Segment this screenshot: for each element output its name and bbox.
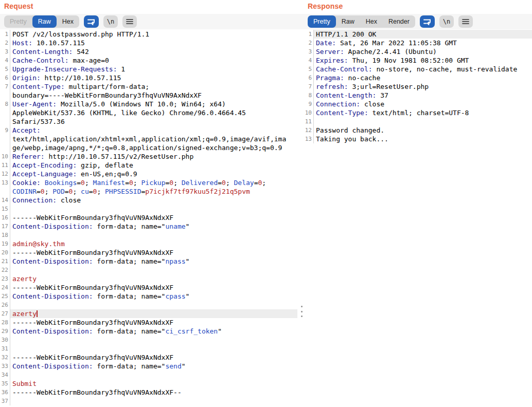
response-toolbar: PrettyRawHexRender \n (308, 15, 473, 28)
line-number: 4 (0, 56, 10, 65)
code-line: ge/webp,image/apng,*/*;q=0.8,application… (0, 143, 297, 152)
code-line: 36------WebKitFormBoundary3fhqVuVN9AxNdx… (0, 388, 297, 397)
line-text: Content-Disposition: form-data; name="np… (10, 257, 297, 266)
code-line: 2Host: 10.10.57.115 (0, 39, 297, 47)
code-line: 34 (0, 371, 297, 379)
code-line: 18 (0, 231, 297, 239)
line-text: Taking you back... (313, 135, 532, 143)
line-number: 6 (304, 73, 313, 82)
text-cursor (37, 310, 38, 317)
line-text: HTTP/1.1 200 OK (313, 30, 532, 39)
line-text: Connection: close (313, 100, 532, 108)
line-text: Upgrade-Insecure-Requests: 1 (10, 65, 297, 73)
line-number: 15 (0, 205, 10, 213)
wrap-icon-button[interactable] (84, 15, 99, 28)
grip-dot-icon (301, 311, 303, 312)
line-number: 13 (304, 135, 313, 143)
line-number: 12 (0, 170, 10, 178)
request-toolbar: PrettyRawHex \n (4, 15, 137, 28)
line-number: 10 (0, 152, 10, 161)
line-text (10, 336, 297, 344)
line-text: Safari/537.36 (10, 117, 297, 126)
code-line: 11Accept-Encoding: gzip, deflate (0, 161, 297, 170)
menu-icon-button[interactable] (458, 15, 473, 28)
line-number: 20 (0, 248, 10, 257)
line-text: Submit (10, 379, 297, 388)
request-editor[interactable]: 1POST /v2/lostpassword.php HTTP/1.12Host… (0, 30, 297, 405)
code-line: 12Password changed. (304, 126, 532, 135)
tab-hex[interactable]: Hex (57, 15, 79, 28)
tab-raw[interactable]: Raw (32, 15, 57, 28)
code-line: 6Origin: http://10.10.57.115 (0, 73, 297, 82)
code-line: 9Accept: (0, 126, 297, 135)
code-line: Safari/537.36 (0, 117, 297, 126)
line-number: 25 (0, 292, 10, 301)
line-text: Content-Disposition: form-data; name="se… (10, 362, 297, 371)
tab-render[interactable]: Render (383, 15, 415, 28)
line-text: ------WebKitFormBoundary3fhqVuVN9AxNdxXF (10, 213, 297, 222)
panel-splitter-handle[interactable] (299, 306, 304, 317)
code-line: 20------WebKitFormBoundary3fhqVuVN9AxNdx… (0, 248, 297, 257)
newline-icon-button[interactable]: \n (103, 15, 118, 28)
tab-raw[interactable]: Raw (336, 15, 360, 28)
line-number: 35 (0, 379, 10, 388)
line-number (0, 91, 10, 100)
line-text: Host: 10.10.57.115 (10, 39, 297, 47)
line-number: 30 (0, 336, 10, 344)
tab-pretty[interactable]: Pretty (308, 15, 336, 28)
code-line: 27azerty (0, 309, 297, 318)
line-text: Cache-Control: max-age=0 (10, 56, 297, 65)
response-view-tabs: PrettyRawHexRender (308, 15, 415, 28)
line-number (0, 108, 10, 117)
code-line: 5Upgrade-Insecure-Requests: 1 (0, 65, 297, 73)
line-text: Connection: close (10, 196, 297, 205)
code-line: 23azerty (0, 274, 297, 283)
tab-pretty[interactable]: Pretty (4, 15, 32, 28)
line-text: text/html,application/xhtml+xml,applicat… (10, 135, 297, 143)
line-text: azerty (10, 274, 297, 283)
tab-hex[interactable]: Hex (360, 15, 383, 28)
code-line: 9Connection: close (304, 100, 532, 108)
code-line: 10Content-Type: text/html; charset=UTF-8 (304, 108, 532, 117)
line-text: ------WebKitFormBoundary3fhqVuVN9AxNdxXF (10, 353, 297, 362)
line-text: Content-Length: 542 (10, 47, 297, 56)
line-text (10, 266, 297, 274)
code-line: 37 (0, 397, 297, 405)
response-editor[interactable]: 1HTTP/1.1 200 OK2Date: Sat, 26 Mar 2022 … (304, 30, 532, 143)
code-line: 3Server: Apache/2.4.41 (Ubuntu) (304, 47, 532, 56)
newline-icon-button[interactable]: \n (439, 15, 454, 28)
line-number: 7 (0, 82, 10, 91)
line-number: 14 (0, 196, 10, 205)
code-line: 26 (0, 301, 297, 309)
line-text: admin@sky.thm (10, 239, 297, 248)
line-number: 33 (0, 362, 10, 371)
code-line: 6Pragma: no-cache (304, 73, 532, 82)
line-number: 5 (0, 65, 10, 73)
line-text (313, 117, 532, 126)
line-number: 1 (0, 30, 10, 39)
line-number: 27 (0, 309, 10, 318)
code-line: 14Connection: close (0, 196, 297, 205)
line-text: Referer: http://10.10.57.115/v2/ResetUse… (10, 152, 297, 161)
line-number: 8 (304, 91, 313, 100)
menu-icon-button[interactable] (122, 15, 137, 28)
line-number: 13 (0, 178, 10, 187)
line-number: 4 (304, 56, 313, 65)
line-text (10, 205, 297, 213)
line-number: 3 (304, 47, 313, 56)
line-number: 7 (304, 82, 313, 91)
line-number: 11 (0, 161, 10, 170)
code-line: 3Content-Length: 542 (0, 47, 297, 56)
line-text: Origin: http://10.10.57.115 (10, 73, 297, 82)
line-number: 21 (0, 257, 10, 266)
line-number: 34 (0, 371, 10, 379)
line-text: refresh: 3;url=ResetUser.php (313, 82, 532, 91)
code-line: 8User-Agent: Mozilla/5.0 (Windows NT 10.… (0, 100, 297, 108)
wrap-icon-button[interactable] (420, 15, 435, 28)
request-view-tabs: PrettyRawHex (4, 15, 79, 28)
code-line: 28------WebKitFormBoundary3fhqVuVN9AxNdx… (0, 318, 297, 327)
line-number: 5 (304, 65, 313, 73)
line-text: Cookie: Bookings=0; Manifest=0; Pickup=0… (10, 178, 297, 187)
code-line: text/html,application/xhtml+xml,applicat… (0, 135, 297, 143)
code-line: 35Submit (0, 379, 297, 388)
